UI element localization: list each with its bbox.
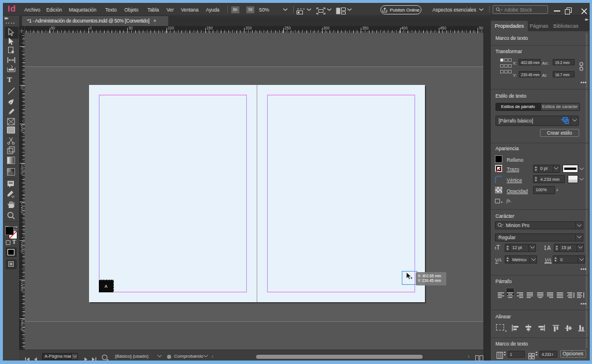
- svg-text:VA: VA: [495, 257, 502, 263]
- svg-text:A: A: [547, 245, 551, 251]
- svg-text:VA: VA: [545, 257, 552, 263]
